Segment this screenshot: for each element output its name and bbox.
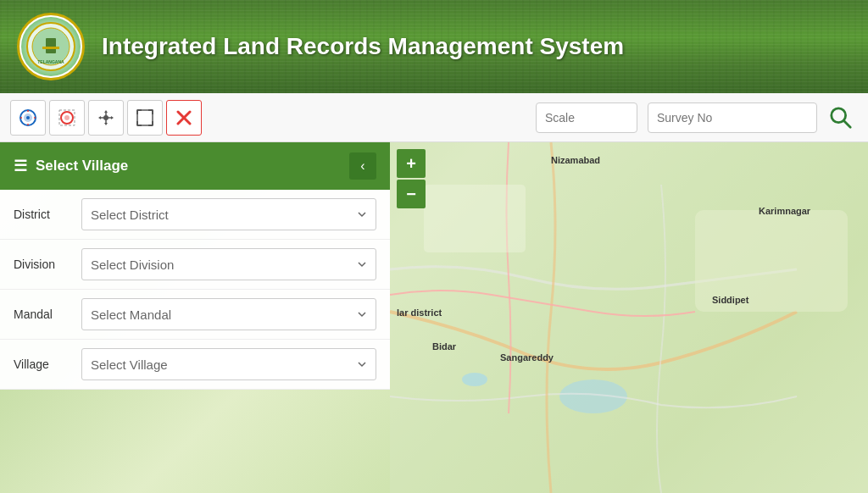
survey-no-input[interactable] [648, 102, 817, 133]
zoom-select-button[interactable] [49, 100, 85, 136]
zoom-controls: + − [397, 149, 426, 208]
app-header: TELANGANA Integrated Land Records Manage… [0, 0, 868, 93]
division-label: Division [14, 258, 71, 271]
sidebar-header-left: ☰ Select Village [14, 157, 128, 175]
zoom-in-button[interactable]: + [397, 149, 426, 178]
svg-rect-26 [695, 210, 848, 312]
mandal-row: Mandal Select Mandal [0, 290, 390, 340]
village-label: Village [14, 357, 71, 371]
app-title: Integrated Land Records Management Syste… [102, 33, 624, 60]
district-row: District Select District [0, 190, 390, 240]
search-icon [829, 106, 853, 130]
division-select[interactable]: Select Division [81, 248, 376, 280]
svg-point-7 [26, 116, 30, 119]
logo-emblem: TELANGANA [21, 17, 81, 76]
sidebar-list-icon: ☰ [14, 157, 27, 175]
sidebar-collapse-button[interactable]: ‹ [349, 152, 376, 180]
sidebar-panel: ☰ Select Village ‹ District Select Distr… [0, 142, 390, 390]
clear-icon [176, 110, 192, 125]
zoom-to-layer-icon [19, 108, 37, 127]
svg-rect-18 [137, 110, 153, 125]
division-row: Division Select Division [0, 240, 390, 290]
village-row: Village Select Village [0, 340, 390, 390]
svg-rect-2 [46, 38, 56, 53]
sidebar-title: Select Village [36, 158, 128, 174]
pan-button[interactable] [88, 100, 124, 136]
svg-rect-27 [424, 185, 526, 252]
svg-point-14 [64, 115, 70, 120]
clear-button[interactable] [166, 100, 202, 136]
zoom-to-layer-button[interactable] [10, 100, 46, 136]
zoom-select-icon [58, 108, 76, 127]
sidebar-header: ☰ Select Village ‹ [0, 142, 390, 190]
map-container[interactable]: Nizamabad Karimnagar Siddipet Bidar Sang… [0, 142, 868, 493]
mandal-label: Mandal [14, 307, 71, 321]
toolbar [0, 93, 868, 142]
district-label: District [14, 208, 71, 221]
svg-rect-3 [42, 47, 59, 49]
sidebar-body: District Select District Division Select… [0, 190, 390, 390]
zoom-out-button[interactable]: − [397, 180, 426, 208]
search-button[interactable] [824, 101, 858, 135]
svg-line-22 [844, 120, 850, 126]
full-extent-button[interactable] [127, 100, 163, 136]
mandal-select[interactable]: Select Mandal [81, 298, 376, 330]
district-select[interactable]: Select District [81, 198, 376, 230]
collapse-chevron-icon: ‹ [360, 158, 364, 174]
svg-point-25 [462, 373, 487, 386]
app-logo: TELANGANA [17, 13, 85, 80]
scale-input[interactable] [536, 102, 637, 133]
full-extent-icon [136, 108, 154, 127]
pan-icon [97, 108, 115, 127]
svg-text:TELANGANA: TELANGANA [37, 59, 64, 64]
village-select[interactable]: Select Village [81, 348, 376, 380]
